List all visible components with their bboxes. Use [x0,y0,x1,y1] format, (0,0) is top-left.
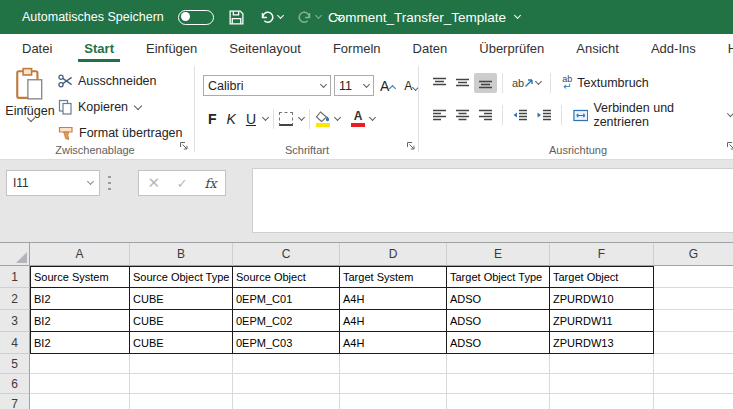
row-header-3[interactable]: 3 [0,310,30,332]
column-header-d[interactable]: D [340,243,447,266]
column-header-c[interactable]: C [233,243,340,266]
column-header-b[interactable]: B [130,243,233,266]
tab-einf-gen[interactable]: Einfügen [130,34,213,62]
undo-button[interactable] [259,9,283,25]
column-header-g[interactable]: G [654,243,733,266]
cell[interactable] [233,374,340,394]
clipboard-dialog-launcher[interactable] [179,137,189,155]
name-box[interactable]: I11 [6,170,100,196]
align-bottom-button[interactable] [474,73,497,93]
tab-hilfe[interactable]: Hilfe [712,34,733,62]
title-dropdown-icon[interactable] [514,12,521,19]
alignment-dialog-launcher[interactable] [726,137,733,155]
cell[interactable] [340,394,447,409]
row-header-7[interactable]: 7 [0,394,30,409]
select-all-corner[interactable] [0,243,30,266]
cell[interactable] [130,394,233,409]
cell[interactable]: A4H [340,310,447,332]
cell[interactable]: Source Object [233,266,340,288]
cell[interactable] [447,394,550,409]
row-header-6[interactable]: 6 [0,374,30,394]
row-header-4[interactable]: 4 [0,332,30,354]
underline-dropdown-icon[interactable] [262,114,269,121]
font-name-select[interactable]: Calibri [203,75,331,96]
tab-ansicht[interactable]: Ansicht [560,34,635,62]
cell[interactable] [654,332,733,354]
font-color-dropdown-icon[interactable] [369,114,376,121]
align-center-button[interactable] [451,105,474,125]
cell[interactable]: Target Object Type [447,266,550,288]
cell[interactable]: ADSO [447,332,550,354]
cell[interactable] [233,354,340,374]
tab-add-ins[interactable]: Add-Ins [635,34,712,62]
cell[interactable] [130,374,233,394]
cancel-button[interactable]: ✕ [147,174,160,192]
redo-button[interactable] [297,9,321,25]
enter-button[interactable]: ✓ [177,176,188,191]
increase-indent-button[interactable] [532,105,556,125]
undo-dropdown-icon[interactable] [277,12,284,19]
cut-button[interactable]: Ausschneiden [58,70,183,92]
tab-datei[interactable]: Datei [6,34,68,62]
cell[interactable] [654,288,733,310]
cell[interactable]: CUBE [130,310,233,332]
fill-color-button[interactable] [315,111,330,127]
tab-daten[interactable]: Daten [397,34,464,62]
cell[interactable] [130,354,233,374]
redo-dropdown-icon[interactable] [315,12,322,19]
underline-button[interactable]: U [241,111,261,127]
cell[interactable]: BI2 [30,332,130,354]
cell[interactable]: Source Object Type [130,266,233,288]
tab-formeln[interactable]: Formeln [317,34,397,62]
cell[interactable]: ZPURDW13 [550,332,654,354]
column-header-e[interactable]: E [447,243,550,266]
cell[interactable]: ZPURDW11 [550,310,654,332]
orientation-button[interactable]: ab [508,73,545,93]
cell[interactable] [30,354,130,374]
font-color-button[interactable]: A [351,111,365,127]
formula-bar-input[interactable] [252,168,733,233]
align-middle-button[interactable] [451,73,474,93]
format-painter-button[interactable]: Format übertragen [58,122,183,144]
cell[interactable]: CUBE [130,288,233,310]
document-title[interactable]: Comment_Transfer_Template [328,10,520,25]
cell[interactable] [550,374,654,394]
align-top-button[interactable] [428,73,451,93]
cell[interactable] [654,354,733,374]
increase-font-size-button[interactable]: A [377,78,398,94]
cell[interactable] [30,374,130,394]
merge-center-button[interactable]: Verbinden und zentrieren [573,101,733,129]
tab-start[interactable]: Start [68,34,130,62]
cell[interactable]: BI2 [30,288,130,310]
cell[interactable]: Target System [340,266,447,288]
copy-dropdown-icon[interactable] [134,101,142,109]
italic-button[interactable]: K [222,111,241,127]
cell[interactable]: ZPURDW10 [550,288,654,310]
wrap-text-button[interactable]: ab ↵ Textumbruch [562,75,649,91]
cell[interactable]: CUBE [130,332,233,354]
align-left-button[interactable] [428,105,451,125]
autosave-toggle[interactable] [178,10,214,25]
column-header-f[interactable]: F [550,243,654,266]
cell[interactable]: BI2 [30,310,130,332]
align-right-button[interactable] [474,105,497,125]
cell[interactable] [550,354,654,374]
borders-button[interactable] [279,112,293,126]
cell[interactable] [654,310,733,332]
cell[interactable] [447,354,550,374]
cell[interactable] [654,374,733,394]
cell[interactable]: A4H [340,288,447,310]
name-box-dropdown-icon[interactable] [87,178,94,185]
cell[interactable]: 0EPM_C02 [233,310,340,332]
row-header-1[interactable]: 1 [0,266,30,288]
save-icon[interactable] [228,9,245,26]
cell[interactable] [233,394,340,409]
cell[interactable]: Source System [30,266,130,288]
paste-button[interactable]: Einfügen [7,67,53,146]
cell[interactable] [30,394,130,409]
cell[interactable] [447,374,550,394]
cell[interactable] [550,394,654,409]
decrease-indent-button[interactable] [508,105,532,125]
cell[interactable] [654,266,733,288]
column-header-a[interactable]: A [30,243,130,266]
